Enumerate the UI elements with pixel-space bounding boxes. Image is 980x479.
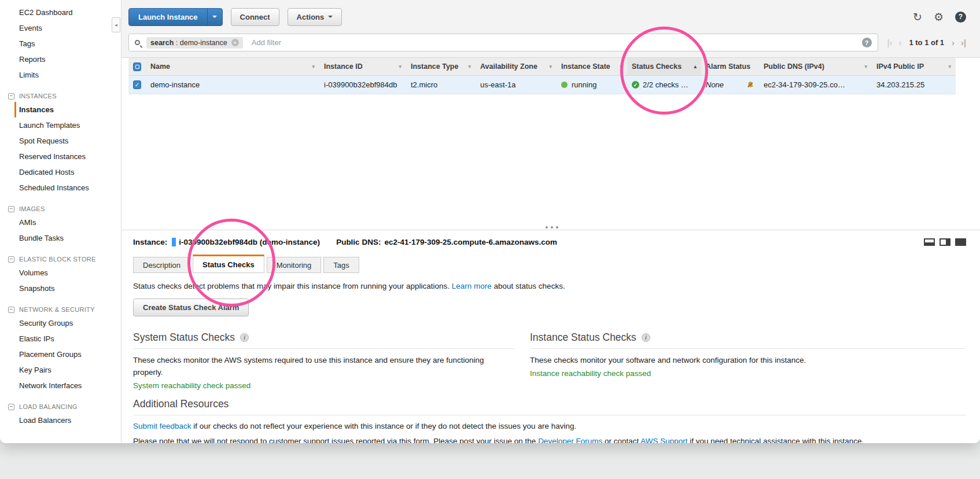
column-header-availability-zone[interactable]: Availability Zone ▾	[476, 58, 557, 75]
column-header-name[interactable]: Name ▾	[146, 58, 319, 75]
pagination-next-icon[interactable]: ›	[952, 38, 955, 47]
column-header-ipv4-public-ip[interactable]: IPv4 Public IP ▾	[872, 58, 956, 75]
column-label: Instance ID	[324, 62, 363, 71]
ec2-console-window: EC2 Dashboard Events Tags Reports Limits…	[0, 0, 980, 443]
submit-feedback-link[interactable]: Submit feedback	[133, 422, 191, 430]
launch-instance-button[interactable]: Launch Instance	[128, 8, 223, 26]
cell-instance-state: running	[557, 80, 627, 89]
row-checkbox[interactable]: ✓	[133, 80, 141, 89]
cell-instance-id: i-039900b32ebf984db	[319, 80, 406, 89]
status-check-passed-icon: ✓	[632, 81, 639, 89]
tab-description[interactable]: Description	[133, 257, 190, 273]
instances-table: Name ▾ Instance ID ▾ Instance Type ▾ Ava…	[128, 58, 980, 94]
search-filter-bar[interactable]: search : demo-instance × ?	[128, 34, 878, 51]
layout-split-vertical-icon[interactable]	[940, 238, 950, 246]
sidebar-section-images[interactable]: − IMAGES	[0, 203, 121, 215]
section-collapse-icon[interactable]: −	[8, 404, 14, 410]
sidebar-item-reports[interactable]: Reports	[0, 51, 121, 67]
sidebar-item-bundle-tasks[interactable]: Bundle Tasks	[0, 230, 121, 246]
layout-maximize-icon[interactable]	[955, 238, 966, 246]
sidebar-item-spot-requests[interactable]: Spot Requests	[0, 133, 121, 149]
column-label: Name	[150, 62, 170, 71]
refresh-icon[interactable]: ↻	[913, 12, 922, 23]
note-prefix: Please note that we will not respond to …	[133, 437, 538, 443]
sidebar-section-elastic-block-store[interactable]: − ELASTIC BLOCK STORE	[0, 253, 121, 265]
section-collapse-icon[interactable]: −	[8, 93, 14, 100]
sidebar-item-snapshots[interactable]: Snapshots	[0, 281, 121, 296]
tab-tags[interactable]: Tags	[323, 257, 359, 273]
sidebar-item-scheduled-instances[interactable]: Scheduled Instances	[0, 180, 121, 196]
section-label: NETWORK & SECURITY	[19, 306, 95, 313]
connect-button[interactable]: Connect	[231, 8, 279, 26]
section-collapse-icon[interactable]: −	[8, 256, 14, 263]
developer-forums-link[interactable]: Developer Forums	[538, 437, 602, 443]
column-header-status-checks[interactable]: Status Checks ▴	[627, 58, 701, 75]
pagination-last-icon[interactable]: ›|	[961, 38, 966, 47]
sort-caret-icon: ▾	[948, 64, 951, 69]
intro-suffix: about status checks.	[492, 282, 565, 290]
pagination-prev-icon[interactable]: ‹	[898, 38, 901, 47]
select-all-checkbox[interactable]	[133, 62, 141, 71]
filter-chip[interactable]: search : demo-instance ×	[146, 37, 243, 49]
sidebar-item-tags[interactable]: Tags	[0, 36, 121, 51]
learn-more-link[interactable]: Learn more	[452, 282, 492, 290]
sidebar-item-ec2-dashboard[interactable]: EC2 Dashboard	[0, 5, 121, 20]
create-status-check-alarm-button[interactable]: Create Status Check Alarm	[133, 299, 249, 316]
sidebar-item-amis[interactable]: AMIs	[0, 215, 121, 230]
filter-chip-separator: :	[174, 39, 179, 47]
sidebar-section-load-balancing[interactable]: − LOAD BALANCING	[0, 401, 121, 412]
status-checks-columns: System Status Checksi These checks monit…	[133, 328, 966, 390]
sidebar-item-events[interactable]: Events	[0, 20, 121, 36]
section-collapse-icon[interactable]: −	[8, 206, 14, 212]
page-background: EC2 Dashboard Events Tags Reports Limits…	[0, 0, 980, 479]
sidebar-section-network-security[interactable]: − NETWORK & SECURITY	[0, 304, 121, 315]
column-header-instance-state[interactable]: Instance State ▾	[557, 58, 627, 75]
sidebar-item-reserved-instances[interactable]: Reserved Instances	[0, 149, 121, 164]
pagination: |‹ ‹ 1 to 1 of 1 › ›|	[887, 38, 967, 47]
splitter-handle-dots[interactable]	[551, 226, 553, 229]
launch-instance-dropdown[interactable]	[207, 9, 222, 25]
main-content: ◂ Launch Instance Connect Actions	[121, 0, 980, 443]
sidebar-item-volumes[interactable]: Volumes	[0, 265, 121, 281]
toolbar: Launch Instance Connect Actions ↻ ⚙ ?	[128, 0, 966, 34]
info-icon[interactable]: i	[240, 333, 249, 342]
help-icon[interactable]: ?	[955, 12, 966, 23]
sidebar-item-network-interfaces[interactable]: Network Interfaces	[0, 378, 121, 393]
add-filter-input[interactable]	[250, 38, 366, 47]
note-middle: or contact	[602, 437, 640, 443]
status-checks-intro: Status checks detect problems that may i…	[133, 282, 966, 290]
section-label: IMAGES	[19, 205, 45, 212]
sidebar-item-load-balancers[interactable]: Load Balancers	[0, 412, 121, 428]
table-row[interactable]: ✓ demo-instance i-039900b32ebf984db t2.m…	[128, 76, 956, 94]
sidebar-item-placement-groups[interactable]: Placement Groups	[0, 347, 121, 362]
actions-button[interactable]: Actions	[288, 8, 342, 26]
sidebar-item-key-pairs[interactable]: Key Pairs	[0, 362, 121, 378]
pagination-first-icon[interactable]: |‹	[887, 38, 893, 47]
sidebar-item-elastic-ips[interactable]: Elastic IPs	[0, 331, 121, 347]
sidebar-item-security-groups[interactable]: Security Groups	[0, 315, 121, 331]
tab-monitoring[interactable]: Monitoring	[267, 257, 322, 273]
info-icon[interactable]: i	[642, 333, 650, 342]
settings-gear-icon[interactable]: ⚙	[934, 12, 944, 23]
tab-status-checks[interactable]: Status Checks	[193, 255, 264, 273]
instance-status-checks-title: Instance Status Checksi	[530, 331, 966, 349]
sidebar-section-instances[interactable]: − INSTANCES	[0, 90, 121, 102]
alarm-bell-icon[interactable]	[746, 81, 754, 89]
sidebar-item-launch-templates[interactable]: Launch Templates	[0, 117, 121, 133]
column-label: Public DNS (IPv4)	[764, 62, 824, 71]
sidebar-item-instances[interactable]: Instances	[14, 102, 121, 117]
filter-help-icon[interactable]: ?	[862, 38, 872, 47]
sidebar-collapse-button[interactable]: ◂	[112, 17, 120, 32]
column-header-alarm-status[interactable]: Alarm Status	[701, 58, 759, 75]
column-header-instance-id[interactable]: Instance ID ▾	[319, 58, 406, 75]
sidebar-item-limits[interactable]: Limits	[0, 67, 121, 83]
column-header-instance-type[interactable]: Instance Type ▾	[406, 58, 476, 75]
column-header-public-dns[interactable]: Public DNS (IPv4) ▾	[759, 58, 872, 75]
chip-remove-icon[interactable]: ×	[231, 39, 239, 46]
toolbar-area: Launch Instance Connect Actions ↻ ⚙ ?	[121, 0, 980, 58]
layout-split-horizontal-icon[interactable]	[924, 238, 935, 246]
section-collapse-icon[interactable]: −	[8, 307, 14, 313]
sidebar-item-dedicated-hosts[interactable]: Dedicated Hosts	[0, 164, 121, 180]
aws-support-link[interactable]: AWS Support	[640, 437, 687, 443]
table-header-row: Name ▾ Instance ID ▾ Instance Type ▾ Ava…	[128, 58, 956, 76]
